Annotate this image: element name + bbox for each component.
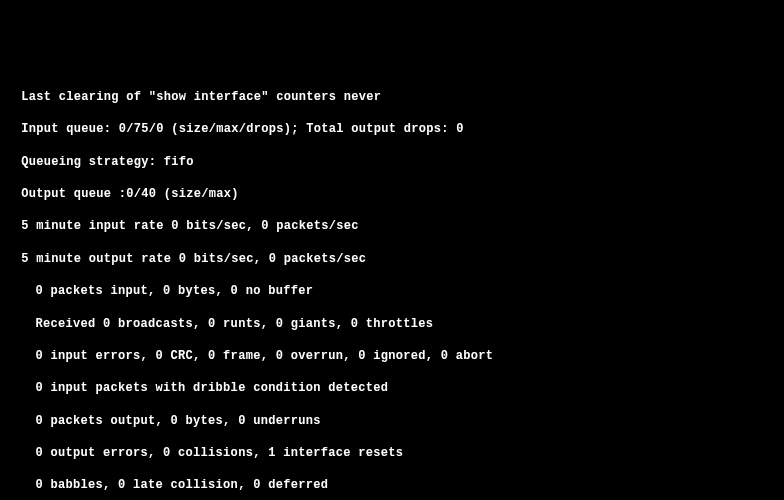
babbles-line: 0 babbles, 0 late collision, 0 deferred <box>14 477 770 493</box>
input-queue-line: Input queue: 0/75/0 (size/max/drops); To… <box>14 121 770 137</box>
packets-output-line: 0 packets output, 0 bytes, 0 underruns <box>14 413 770 429</box>
input-rate-line: 5 minute input rate 0 bits/sec, 0 packet… <box>14 218 770 234</box>
output-queue-line: Output queue :0/40 (size/max) <box>14 186 770 202</box>
dribble-condition-line: 0 input packets with dribble condition d… <box>14 380 770 396</box>
queueing-strategy-line: Queueing strategy: fifo <box>14 154 770 170</box>
output-errors-line: 0 output errors, 0 collisions, 1 interfa… <box>14 445 770 461</box>
output-rate-line: 5 minute output rate 0 bits/sec, 0 packe… <box>14 251 770 267</box>
received-broadcasts-line: Received 0 broadcasts, 0 runts, 0 giants… <box>14 316 770 332</box>
input-errors-line: 0 input errors, 0 CRC, 0 frame, 0 overru… <box>14 348 770 364</box>
terminal-output: Last clearing of "show interface" counte… <box>14 73 770 500</box>
counter-clearing-line: Last clearing of "show interface" counte… <box>14 89 770 105</box>
packets-input-line: 0 packets input, 0 bytes, 0 no buffer <box>14 283 770 299</box>
